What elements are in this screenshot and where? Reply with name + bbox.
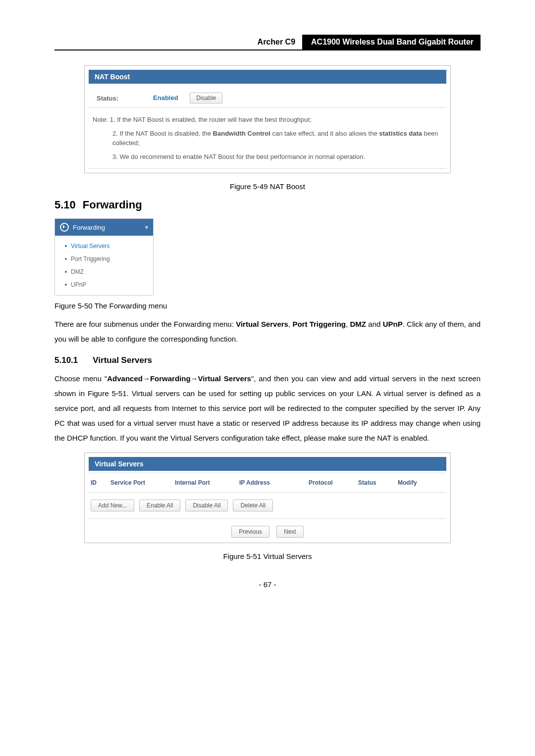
nat-note-3: 3. We do recommend to enable NAT Boost f… — [85, 150, 450, 164]
enable-all-button[interactable]: Enable All — [139, 500, 180, 511]
subsection-heading-virtual-servers: 5.10.1 Virtual Servers — [54, 355, 481, 365]
divider — [89, 492, 446, 493]
bullet-icon — [65, 284, 67, 286]
col-status: Status — [358, 479, 393, 486]
status-enabled-text: Enabled — [153, 94, 178, 101]
virtual-servers-title: Virtual Servers — [89, 457, 446, 471]
note1-text: 1. If the NAT Boost is enabled, the rout… — [110, 116, 312, 123]
subsection-title: Virtual Servers — [93, 355, 152, 365]
disable-button[interactable]: Disable — [190, 93, 222, 103]
bullet-icon — [65, 258, 67, 260]
nat-note-1: Note: 1. If the NAT Boost is enabled, th… — [85, 113, 450, 127]
forwarding-menu-title: Forwarding — [73, 224, 105, 231]
sidebar-item-port-triggering[interactable]: Port Triggering — [55, 252, 153, 265]
chevron-down-icon: ▾ — [145, 224, 148, 231]
page-header: Archer C9 AC1900 Wireless Dual Band Giga… — [54, 35, 481, 50]
note-prefix: Note: — [93, 116, 110, 123]
paragraph-virtual-servers: Choose menu "Advanced→Forwarding→Virtual… — [54, 371, 481, 446]
figure-caption-49: Figure 5-49 NAT Boost — [54, 182, 481, 191]
status-label: Status: — [97, 95, 118, 102]
sidebar-item-virtual-servers[interactable]: Virtual Servers — [55, 240, 153, 252]
page-number: - 67 - — [54, 580, 481, 589]
divider — [89, 518, 446, 519]
sidebar-item-dmz[interactable]: DMZ — [55, 265, 153, 278]
col-id: ID — [91, 479, 106, 486]
col-modify: Modify — [398, 479, 428, 486]
forwarding-menu-panel: Forwarding ▾ Virtual Servers Port Trigge… — [54, 218, 154, 296]
header-rule — [54, 50, 481, 50]
forwarding-icon — [60, 223, 69, 232]
section-title: Forwarding — [83, 199, 142, 211]
forwarding-menu-header[interactable]: Forwarding ▾ — [55, 219, 153, 236]
col-ip-address: IP Address — [239, 479, 304, 486]
disable-all-button[interactable]: Disable All — [185, 500, 228, 511]
col-internal-port: Internal Port — [175, 479, 234, 486]
item-label: UPnP — [71, 281, 86, 288]
col-protocol: Protocol — [309, 479, 353, 486]
header-model: Archer C9 — [251, 35, 304, 50]
table-header-row: ID Service Port Internal Port IP Address… — [85, 475, 450, 490]
sidebar-item-upnp[interactable]: UPnP — [55, 278, 153, 291]
virtual-servers-panel: Virtual Servers ID Service Port Internal… — [84, 453, 451, 543]
nat-note-2: 2. If the NAT Boost is disabled, the Ban… — [85, 127, 450, 150]
nat-boost-panel: NAT Boost Status: Enabled Disable Note: … — [84, 65, 451, 173]
nat-bottom-rule — [89, 168, 446, 169]
subsection-number: 5.10.1 — [54, 355, 78, 365]
section-number: 5.10 — [54, 199, 76, 211]
previous-button[interactable]: Previous — [231, 526, 269, 538]
paragraph-submenus: There are four submenus under the Forwar… — [54, 317, 481, 347]
item-label: Port Triggering — [71, 255, 110, 262]
bullet-icon — [65, 245, 67, 247]
nat-boost-title: NAT Boost — [89, 70, 446, 84]
add-new-button[interactable]: Add New... — [91, 500, 134, 511]
next-button[interactable]: Next — [276, 526, 304, 538]
bullet-icon — [65, 271, 67, 273]
figure-caption-50: Figure 5-50 The Forwarding menu — [54, 302, 481, 310]
action-button-row: Add New... Enable All Disable All Delete… — [85, 495, 450, 516]
header-title: AC1900 Wireless Dual Band Gigabit Router — [304, 35, 481, 50]
delete-all-button[interactable]: Delete All — [233, 500, 273, 511]
pagination-row: Previous Next — [85, 521, 450, 543]
section-heading-forwarding: 5.10 Forwarding — [54, 199, 481, 211]
item-label: DMZ — [71, 268, 84, 275]
item-label: Virtual Servers — [71, 243, 109, 250]
nat-status-row: Status: Enabled Disable — [89, 89, 446, 108]
col-service-port: Service Port — [110, 479, 170, 486]
figure-caption-51: Figure 5-51 Virtual Servers — [54, 552, 481, 560]
divider — [89, 473, 446, 473]
